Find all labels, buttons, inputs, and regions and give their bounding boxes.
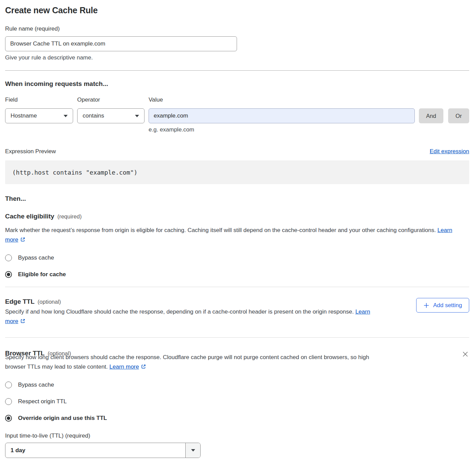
radio-circle-icon — [5, 271, 12, 278]
operator-select[interactable]: contains — [77, 108, 144, 123]
browser-ttl-description-text: Specify how long client browsers should … — [5, 354, 369, 370]
edge-ttl-description: Specify if and how long Cloudflare shoul… — [5, 307, 377, 326]
radio-label: Bypass cache — [18, 382, 54, 388]
cache-eligibility-qualifier: (required) — [57, 213, 82, 220]
edge-ttl-heading: Edge TTL (optional) — [5, 298, 61, 305]
radio-label: Bypass cache — [18, 254, 54, 261]
remove-browser-ttl-button[interactable] — [462, 351, 469, 357]
edit-expression-link[interactable]: Edit expression — [430, 148, 469, 155]
rule-name-help: Give your rule a descriptive name. — [5, 54, 469, 61]
external-link-icon — [20, 318, 26, 324]
chevron-down-icon — [191, 449, 195, 452]
value-label: Value — [149, 96, 163, 103]
radio-browser-bypass-cache[interactable]: Bypass cache — [5, 382, 469, 388]
radio-respect-origin-ttl[interactable]: Respect origin TTL — [5, 398, 469, 405]
radio-circle-icon — [5, 415, 12, 422]
match-column-labels: Field Operator Value — [5, 96, 469, 103]
ttl-select-value: 1 day — [5, 443, 185, 458]
radio-circle-icon — [5, 398, 12, 405]
cache-eligibility-description-text: Mark whether the request’s response from… — [5, 227, 436, 233]
expression-preview-row: Expression Preview Edit expression — [5, 148, 469, 155]
then-heading: Then... — [5, 195, 469, 202]
add-setting-label: Add setting — [433, 302, 462, 309]
edge-ttl-description-text: Specify if and how long Cloudflare shoul… — [5, 308, 354, 315]
and-button[interactable]: And — [419, 108, 443, 123]
field-select-value: Hostname — [11, 112, 37, 119]
external-link-icon — [141, 364, 146, 369]
or-button[interactable]: Or — [448, 108, 469, 123]
add-setting-button[interactable]: Add setting — [416, 298, 469, 313]
field-label: Field — [5, 96, 77, 103]
radio-circle-icon — [5, 382, 12, 388]
browser-ttl-description: Specify how long client browsers should … — [5, 353, 377, 372]
plus-icon — [423, 302, 429, 308]
edge-ttl-title: Edge TTL — [5, 298, 35, 305]
chevron-down-icon — [64, 115, 68, 117]
radio-label: Override origin and use this TTL — [18, 415, 107, 422]
section-divider — [5, 337, 469, 338]
section-divider — [5, 287, 469, 287]
value-help: e.g. example.com — [149, 126, 469, 133]
create-cache-rule-form: Create new Cache Rule Rule name (require… — [0, 0, 476, 460]
section-divider — [5, 70, 469, 71]
ttl-select-arrow[interactable] — [185, 443, 200, 458]
rule-name-label: Rule name (required) — [5, 25, 469, 32]
ttl-select[interactable]: 1 day — [5, 443, 201, 458]
chevron-down-icon — [135, 115, 139, 117]
expression-code-block: (http.host contains "example.com") — [5, 160, 469, 184]
edge-ttl-qualifier: (optional) — [38, 299, 61, 305]
radio-bypass-cache[interactable]: Bypass cache — [5, 254, 469, 261]
match-controls-row: Hostname contains And Or — [5, 108, 469, 123]
radio-label: Respect origin TTL — [18, 398, 67, 405]
close-icon — [462, 351, 469, 357]
external-link-icon — [20, 237, 26, 242]
operator-select-value: contains — [83, 112, 104, 119]
radio-label: Eligible for cache — [18, 271, 66, 278]
cache-eligibility-title: Cache eligibility — [5, 213, 54, 220]
page-title: Create new Cache Rule — [5, 5, 469, 15]
operator-label: Operator — [77, 96, 149, 103]
value-input[interactable] — [149, 108, 415, 123]
ttl-input-label: Input time-to-live (TTL) (required) — [5, 432, 469, 439]
rule-name-input[interactable] — [5, 36, 237, 51]
radio-eligible-for-cache[interactable]: Eligible for cache — [5, 271, 469, 278]
field-select[interactable]: Hostname — [5, 108, 73, 123]
cache-eligibility-heading: Cache eligibility (required) — [5, 213, 82, 220]
match-heading: When incoming requests match... — [5, 80, 469, 88]
radio-override-origin-ttl[interactable]: Override origin and use this TTL — [5, 415, 469, 422]
cache-eligibility-description: Mark whether the request’s response from… — [5, 226, 464, 245]
radio-circle-icon — [5, 254, 12, 261]
browser-ttl-learn-more-link[interactable]: Learn more — [109, 364, 139, 370]
expression-preview-label: Expression Preview — [5, 148, 56, 155]
